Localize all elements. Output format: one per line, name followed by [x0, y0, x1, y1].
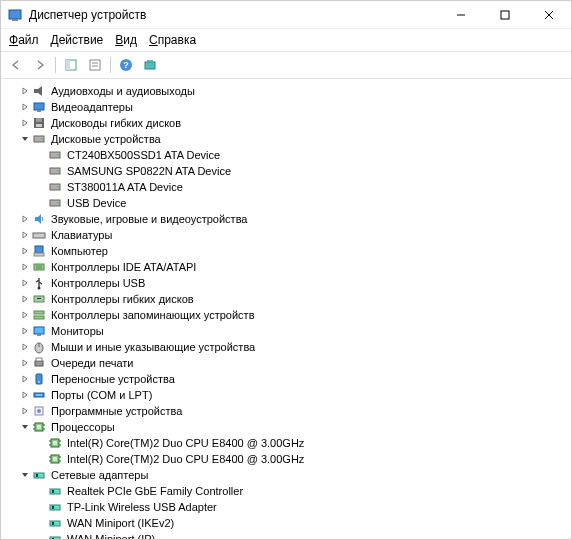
- expand-icon[interactable]: [19, 371, 31, 387]
- tree-node[interactable]: Звуковые, игровые и видеоустройства: [3, 211, 569, 227]
- expand-icon[interactable]: [19, 99, 31, 115]
- tree-node[interactable]: Аудиовходы и аудиовыходы: [3, 83, 569, 99]
- tree-node[interactable]: Контроллеры IDE ATA/ATAPI: [3, 259, 569, 275]
- expand-icon[interactable]: [19, 307, 31, 323]
- disk-icon: [31, 131, 47, 147]
- menu-view[interactable]: Вид: [115, 33, 137, 47]
- svg-point-84: [57, 506, 59, 508]
- svg-rect-59: [37, 425, 41, 429]
- tree-node[interactable]: WAN Miniport (IKEv2): [3, 515, 569, 531]
- forward-button[interactable]: [29, 54, 51, 76]
- maximize-button[interactable]: [483, 1, 527, 29]
- show-hide-button[interactable]: [60, 54, 82, 76]
- properties-button[interactable]: [84, 54, 106, 76]
- expand-icon[interactable]: [19, 275, 31, 291]
- window-title: Диспетчер устройств: [29, 8, 439, 22]
- expand-icon[interactable]: [19, 83, 31, 99]
- collapse-icon[interactable]: [19, 467, 31, 483]
- svg-point-57: [37, 409, 41, 413]
- svg-rect-36: [34, 264, 44, 270]
- svg-rect-3: [501, 11, 509, 19]
- svg-rect-71: [53, 457, 57, 461]
- disk-icon: [47, 163, 63, 179]
- expand-icon[interactable]: [19, 323, 31, 339]
- no-expand-icon: [35, 499, 47, 515]
- expand-icon[interactable]: [19, 227, 31, 243]
- tree-node[interactable]: Программные устройства: [3, 403, 569, 419]
- tree-node[interactable]: TP-Link Wireless USB Adapter: [3, 499, 569, 515]
- tree-node-label: Realtek PCIe GbE Family Controller: [67, 483, 243, 499]
- expand-icon[interactable]: [19, 115, 31, 131]
- svg-point-51: [38, 381, 40, 383]
- expand-icon[interactable]: [19, 339, 31, 355]
- expand-icon[interactable]: [19, 403, 31, 419]
- menu-action[interactable]: Действие: [51, 33, 104, 47]
- tree-node[interactable]: Компьютер: [3, 243, 569, 259]
- collapse-icon[interactable]: [19, 419, 31, 435]
- svg-point-81: [57, 490, 59, 492]
- tree-node-label: Контроллеры USB: [51, 275, 145, 291]
- tree-node[interactable]: Мыши и иные указывающие устройства: [3, 339, 569, 355]
- tree-node-label: Дисководы гибких дисков: [51, 115, 181, 131]
- svg-point-87: [57, 522, 59, 524]
- tree-node[interactable]: Клавиатуры: [3, 227, 569, 243]
- tree-node-label: Intel(R) Core(TM)2 Duo CPU E8400 @ 3.00G…: [67, 451, 304, 467]
- port-icon: [31, 387, 47, 403]
- help-button[interactable]: ?: [115, 54, 137, 76]
- no-expand-icon: [35, 179, 47, 195]
- ide-icon: [31, 259, 47, 275]
- expand-icon[interactable]: [19, 211, 31, 227]
- tree-node[interactable]: USB Device: [3, 195, 569, 211]
- tree-node[interactable]: Intel(R) Core(TM)2 Duo CPU E8400 @ 3.00G…: [3, 451, 569, 467]
- usb-icon: [31, 275, 47, 291]
- device-tree[interactable]: Аудиовходы и аудиовыходыВидеоадаптерыДис…: [1, 79, 571, 539]
- menu-help[interactable]: Справка: [149, 33, 196, 47]
- close-button[interactable]: [527, 1, 571, 29]
- tree-node-label: Компьютер: [51, 243, 108, 259]
- scan-button[interactable]: [139, 54, 161, 76]
- expand-icon[interactable]: [19, 291, 31, 307]
- tree-node[interactable]: Дисководы гибких дисков: [3, 115, 569, 131]
- tree-node[interactable]: ST380011A ATA Device: [3, 179, 569, 195]
- tree-node[interactable]: Мониторы: [3, 323, 569, 339]
- tree-node-label: Мониторы: [51, 323, 104, 339]
- tree-node[interactable]: Realtek PCIe GbE Family Controller: [3, 483, 569, 499]
- tree-node[interactable]: Процессоры: [3, 419, 569, 435]
- expand-icon[interactable]: [19, 355, 31, 371]
- tree-node[interactable]: Intel(R) Core(TM)2 Duo CPU E8400 @ 3.00G…: [3, 435, 569, 451]
- tree-node[interactable]: Дисковые устройства: [3, 131, 569, 147]
- tree-node[interactable]: Переносные устройства: [3, 371, 569, 387]
- tree-node[interactable]: Порты (COM и LPT): [3, 387, 569, 403]
- back-button[interactable]: [5, 54, 27, 76]
- svg-rect-34: [35, 246, 43, 253]
- minimize-button[interactable]: [439, 1, 483, 29]
- tree-node[interactable]: Очереди печати: [3, 355, 569, 371]
- cpu-icon: [47, 451, 63, 467]
- svg-point-24: [57, 154, 59, 156]
- svg-point-39: [38, 287, 41, 290]
- expand-icon[interactable]: [19, 259, 31, 275]
- svg-point-53: [36, 394, 37, 395]
- menu-file[interactable]: Файл: [9, 33, 39, 47]
- expand-icon[interactable]: [19, 387, 31, 403]
- svg-rect-31: [33, 233, 45, 238]
- tree-node[interactable]: WAN Miniport (IP): [3, 531, 569, 539]
- tree-node[interactable]: Контроллеры гибких дисков: [3, 291, 569, 307]
- svg-rect-49: [36, 358, 42, 361]
- tree-node[interactable]: Контроллеры запоминающих устройств: [3, 307, 569, 323]
- portable-icon: [31, 371, 47, 387]
- tree-node[interactable]: Видеоадаптеры: [3, 99, 569, 115]
- tree-node[interactable]: SAMSUNG SP0822N ATA Device: [3, 163, 569, 179]
- tree-node-label: Процессоры: [51, 419, 115, 435]
- collapse-icon[interactable]: [19, 131, 31, 147]
- tree-node[interactable]: CT240BX500SSD1 ATA Device: [3, 147, 569, 163]
- svg-rect-0: [9, 10, 21, 19]
- svg-rect-43: [34, 316, 44, 319]
- tree-node-label: Контроллеры запоминающих устройств: [51, 307, 254, 323]
- tree-node[interactable]: Контроллеры USB: [3, 275, 569, 291]
- expand-icon[interactable]: [19, 243, 31, 259]
- tree-node[interactable]: Сетевые адаптеры: [3, 467, 569, 483]
- tree-node-label: USB Device: [67, 195, 126, 211]
- tree-node-label: WAN Miniport (IP): [67, 531, 155, 539]
- net-icon: [31, 467, 47, 483]
